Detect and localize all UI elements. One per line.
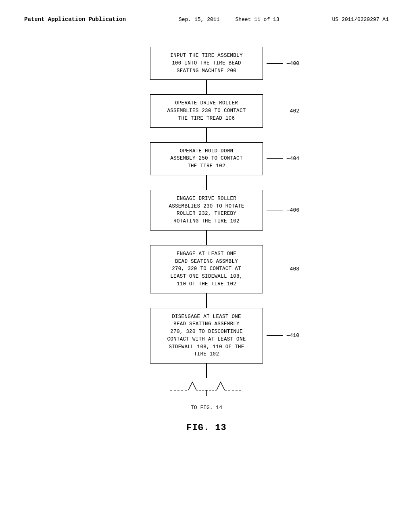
step-number-400: —400 <box>287 60 299 66</box>
figure-label: FIG. 13 <box>24 423 389 433</box>
header-patent-number: US 2011/0220297 A1 <box>332 17 389 23</box>
patent-page: Patent Application Publication Sep. 15, … <box>0 0 413 532</box>
step-label-406: —406 <box>267 207 299 213</box>
step-number-404: —404 <box>287 156 299 162</box>
step-box-400: INPUT THE TIRE ASSEMBLY 100 INTO THE TIR… <box>150 47 263 80</box>
step-box-404: OPERATE HOLD-DOWN ASSEMBLY 250 TO CONTAC… <box>150 142 263 175</box>
connector-bottom-last <box>206 364 207 378</box>
to-fig-area: TO FIG. 14 <box>166 378 247 411</box>
connector-0 <box>206 80 207 94</box>
page-header: Patent Application Publication Sep. 15, … <box>24 16 389 23</box>
step-label-410: —410 <box>267 332 299 339</box>
zigzag-connector <box>166 378 247 402</box>
step-label-402: —402 <box>267 108 299 114</box>
connector-1 <box>206 128 207 142</box>
step-number-410: —410 <box>287 332 299 339</box>
step-row-404: OPERATE HOLD-DOWN ASSEMBLY 250 TO CONTAC… <box>106 142 307 175</box>
step-box-406: ENGAGE DRIVE ROLLER ASSEMBLIES 230 TO RO… <box>150 190 263 231</box>
step-row-402: OPERATE DRIVE ROLLER ASSEMBLIES 230 TO C… <box>106 94 307 127</box>
step-row-408: ENGAGE AT LEAST ONE BEAD SEATING ASSMBLY… <box>106 245 307 293</box>
step-label-404: —404 <box>267 156 299 162</box>
header-title: Patent Application Publication <box>24 16 126 23</box>
flowchart: INPUT THE TIRE ASSEMBLY 100 INTO THE TIR… <box>106 47 307 378</box>
step-row-406: ENGAGE DRIVE ROLLER ASSEMBLIES 230 TO RO… <box>106 190 307 231</box>
header-date-sheet: Sep. 15, 2011 Sheet 11 of 13 <box>179 17 280 23</box>
connector-3 <box>206 231 207 245</box>
step-box-402: OPERATE DRIVE ROLLER ASSEMBLIES 230 TO C… <box>150 94 263 127</box>
to-fig-label: TO FIG. 14 <box>191 405 222 411</box>
connector-4 <box>206 293 207 308</box>
header-date: Sep. 15, 2011 <box>179 17 219 23</box>
step-number-408: —408 <box>287 266 299 272</box>
step-label-400: —400 <box>267 60 299 66</box>
connector-2 <box>206 175 207 190</box>
step-number-406: —406 <box>287 207 299 213</box>
step-number-402: —402 <box>287 108 299 114</box>
step-box-408: ENGAGE AT LEAST ONE BEAD SEATING ASSMBLY… <box>150 245 263 293</box>
flowchart-diagram: INPUT THE TIRE ASSEMBLY 100 INTO THE TIR… <box>24 47 389 411</box>
step-label-408: —408 <box>267 266 299 272</box>
step-row-410: DISENGAGE AT LEAST ONE BEAD SEATING ASSE… <box>106 308 307 364</box>
step-row-400: INPUT THE TIRE ASSEMBLY 100 INTO THE TIR… <box>106 47 307 80</box>
header-sheet: Sheet 11 of 13 <box>235 17 279 23</box>
step-box-410: DISENGAGE AT LEAST ONE BEAD SEATING ASSE… <box>150 308 263 364</box>
